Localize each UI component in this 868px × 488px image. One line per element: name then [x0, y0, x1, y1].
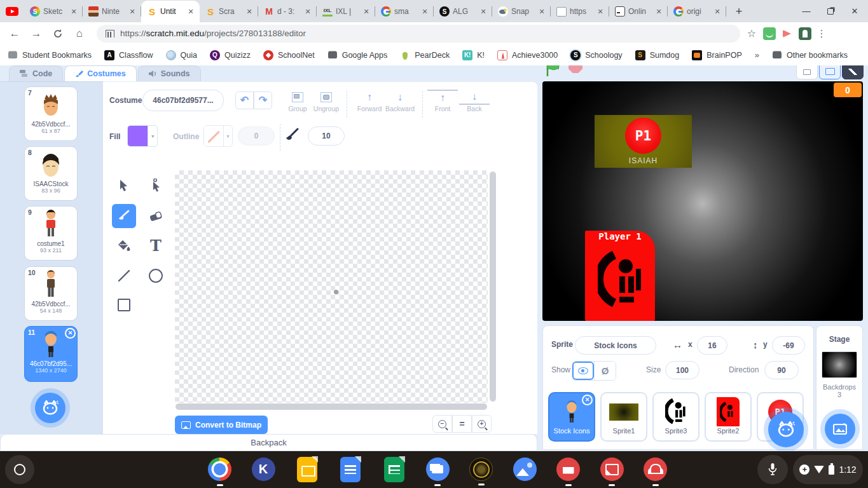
tab-code[interactable]: Code: [9, 65, 63, 81]
rectangle-tool[interactable]: [112, 293, 136, 317]
chrome-app[interactable]: [208, 458, 231, 481]
bookmark-achieve3000[interactable]: Achieve3000: [497, 50, 558, 60]
stage-selector-panel[interactable]: Stage Backdrops 3: [816, 325, 863, 450]
forward-button[interactable]: Forward: [354, 90, 385, 112]
tab-costumes[interactable]: Costumes: [64, 65, 136, 81]
extension-icon-green[interactable]: [763, 27, 776, 40]
bookmark-schoology[interactable]: SSchoology: [570, 50, 622, 60]
tab-untitled-scratch[interactable]: SUntit✕: [141, 1, 200, 22]
reload-icon[interactable]: [50, 25, 66, 42]
tab-close-icon[interactable]: ✕: [361, 6, 371, 17]
brush-size-input[interactable]: 10: [308, 126, 345, 146]
close-icon[interactable]: ✕: [850, 6, 859, 16]
bookmark-google-apps[interactable]: Google Apps: [327, 50, 388, 60]
convert-to-bitmap-button[interactable]: Convert to Bitmap: [175, 416, 268, 434]
costume-item-10[interactable]: 10 42b5Vdbccf... 54 x 148: [24, 266, 78, 321]
outline-color-swatch[interactable]: ▼: [203, 125, 233, 147]
bookmark-star-icon[interactable]: ☆: [745, 27, 758, 40]
tab-close-icon[interactable]: ✕: [478, 6, 488, 17]
microphone-button[interactable]: [757, 455, 788, 484]
tab-sketchful[interactable]: SSketc✕: [24, 1, 83, 22]
show-button[interactable]: [572, 362, 594, 380]
tab-snap[interactable]: Snap✕: [492, 1, 551, 22]
hide-button[interactable]: Ø: [594, 362, 616, 380]
sprite-x-input[interactable]: 16: [697, 336, 727, 355]
brush-tool[interactable]: [112, 204, 136, 228]
tab-https[interactable]: https✕: [551, 1, 609, 22]
variable-display[interactable]: 0: [834, 83, 862, 97]
sprite-item-stock-icons[interactable]: ✕ Stock Icons: [548, 392, 595, 442]
tab-close-icon[interactable]: ✕: [654, 6, 664, 17]
delete-costume-icon[interactable]: ✕: [65, 328, 76, 339]
costume-item-11-selected[interactable]: 11 ✕ 46c07bf2d95... 1340 x 2740: [24, 326, 78, 382]
fullscreen-button[interactable]: [842, 65, 864, 79]
fill-tool[interactable]: [112, 233, 136, 257]
bookmark-quizizz[interactable]: QQuizizz: [210, 50, 251, 60]
bookmark-peardeck[interactable]: PearDeck: [400, 50, 450, 60]
video-app[interactable]: [556, 458, 580, 481]
tab-close-icon[interactable]: ✕: [712, 6, 722, 17]
new-tab-button[interactable]: +: [730, 3, 748, 20]
forward-icon[interactable]: →: [28, 25, 45, 42]
circle-tool[interactable]: [144, 264, 168, 288]
home-icon[interactable]: ⌂: [71, 25, 88, 42]
paint-canvas[interactable]: [175, 170, 488, 403]
costume-item-8[interactable]: 8 ISAACStock 83 x 96: [24, 146, 78, 201]
green-flag-icon[interactable]: [546, 65, 561, 78]
text-tool[interactable]: T: [144, 233, 168, 257]
zoom-in-button[interactable]: +: [472, 415, 492, 433]
site-info-icon[interactable]: [106, 30, 114, 37]
sprite-item-sprite3[interactable]: Sprite3: [652, 392, 699, 442]
ungroup-button[interactable]: Ungroup: [311, 90, 341, 112]
bookmarks-overflow-icon[interactable]: »: [755, 50, 759, 60]
tab-nintendo[interactable]: Ninte✕: [83, 1, 141, 22]
sheets-app[interactable]: [382, 458, 406, 481]
redo-button[interactable]: ↷: [254, 92, 272, 109]
other-bookmarks[interactable]: Other bookmarks: [772, 50, 848, 60]
bookmark-quia[interactable]: Quia: [166, 50, 197, 60]
extension-icon-play[interactable]: [781, 27, 794, 40]
tab-ixl[interactable]: IXLIXL |✕: [317, 1, 375, 22]
small-stage-button[interactable]: [796, 65, 818, 79]
tab-sounds[interactable]: Sounds: [138, 65, 201, 81]
sprite-item-sprite2[interactable]: Sprite2: [705, 392, 752, 442]
status-area[interactable]: + 1:12: [793, 455, 863, 484]
image-app[interactable]: [600, 458, 624, 481]
outline-width-input[interactable]: 0: [238, 126, 275, 146]
bookmark-sumdog[interactable]: SSumdog: [635, 50, 680, 60]
fill-color-swatch[interactable]: ▼: [127, 125, 158, 147]
undo-button[interactable]: ↶: [235, 92, 254, 109]
back-button[interactable]: Back: [459, 90, 490, 112]
school-badge-app[interactable]: [469, 458, 493, 481]
select-tool[interactable]: [112, 173, 136, 198]
slides-app[interactable]: [295, 458, 319, 481]
browser-menu-icon[interactable]: ⋮: [816, 28, 827, 39]
address-bar[interactable]: https://scratch.mit.edu/projects/2780131…: [97, 25, 740, 43]
stage[interactable]: 0 P1 ISAIAH Player 1: [542, 81, 863, 321]
sprite-y-input[interactable]: -69: [772, 336, 805, 355]
tab-close-icon[interactable]: ✕: [595, 6, 605, 17]
add-backdrop-button[interactable]: [825, 414, 855, 444]
minimize-icon[interactable]: —: [802, 6, 811, 16]
tab-scratch[interactable]: SScra✕: [200, 1, 258, 22]
backpack-bar[interactable]: Backpack: [0, 434, 537, 451]
tab-gmail[interactable]: Md - 3:✕: [258, 1, 317, 22]
add-costume-button[interactable]: [35, 393, 65, 423]
tab-schoology-alg[interactable]: SALG✕: [434, 1, 492, 22]
restore-icon[interactable]: [827, 8, 834, 15]
line-tool[interactable]: [112, 264, 136, 288]
audio-app[interactable]: [644, 458, 667, 481]
stop-icon[interactable]: [568, 65, 582, 73]
sprite-name-input[interactable]: Stock Icons: [575, 336, 656, 355]
zoom-reset-button[interactable]: =: [452, 415, 472, 433]
tab-google-origi[interactable]: origi✕: [668, 1, 726, 22]
gallery-app[interactable]: [513, 458, 537, 481]
horizontal-scrollbar[interactable]: [176, 403, 487, 410]
zoom-out-button[interactable]: −: [432, 415, 452, 433]
costume-item-9[interactable]: 9 costume1 93 x 211: [24, 206, 78, 261]
bookmark-kahoot[interactable]: K!K!: [462, 50, 485, 60]
sprite-player1[interactable]: Player 1: [585, 231, 655, 321]
tab-google-sma[interactable]: sma✕: [375, 1, 434, 22]
tab-close-icon[interactable]: ✕: [127, 6, 137, 17]
sprite-direction-input[interactable]: 90: [764, 361, 799, 379]
